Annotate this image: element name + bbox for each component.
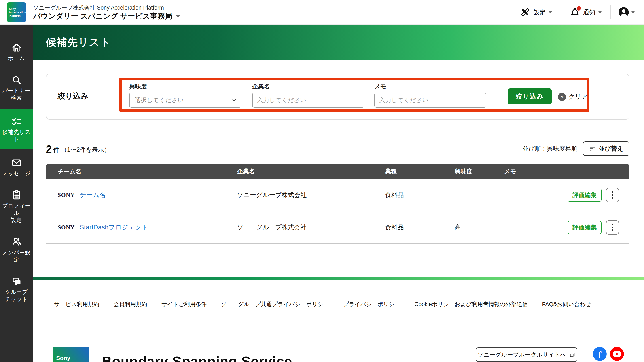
kebab-icon: [612, 224, 613, 231]
sidebar-item-label: パートナー 検索: [2, 87, 31, 101]
column-header-memo: メモ: [499, 164, 528, 179]
settings-label: 設定: [534, 8, 546, 16]
app-root: Sony Acceleration Platform ソニーグループ株式会社 S…: [0, 0, 644, 362]
workspace-selector[interactable]: バウンダリー スパニング サービス事務局: [33, 11, 180, 21]
company-input[interactable]: [252, 92, 364, 108]
account-menu[interactable]: [618, 0, 634, 24]
footer-link[interactable]: サービス利用規約: [54, 301, 99, 308]
clear-label: クリア: [568, 92, 588, 101]
sidebar-item-profile-settings[interactable]: プロフィール 設定: [0, 185, 33, 229]
results-range-note: （1〜2件を表示）: [61, 146, 110, 155]
sony-logo: SONY: [58, 224, 75, 231]
footer-link[interactable]: プライバシーポリシー: [343, 301, 400, 308]
sidebar-item-label: メッセージ: [2, 170, 31, 177]
page-banner: 候補先リスト: [33, 24, 644, 60]
memo-cell: [499, 211, 528, 243]
logo-text: Sony Acceleration Platform: [9, 7, 26, 18]
filter-clear-button[interactable]: ✕ クリア: [558, 92, 588, 101]
company-label: 企業名: [252, 83, 270, 90]
filter-title: 絞り込み: [58, 91, 88, 101]
results-count-unit: 件: [54, 146, 60, 155]
service-name: Boundary Spanning Service: [102, 353, 292, 362]
sidebar-item-label: プロフィール 設定: [0, 202, 33, 224]
filter-divider: [498, 82, 498, 113]
sidebar-item-home[interactable]: ホーム: [0, 37, 33, 67]
notifications-menu[interactable]: 通知: [570, 0, 602, 24]
sidebar-item-label: グループ チャット: [5, 289, 28, 303]
candidate-table: チーム名 企業名 業種 興味度 メモ SONY チーム名 ソニーグループ株式会社…: [46, 164, 630, 244]
workspace-name: バウンダリー スパニング サービス事務局: [33, 11, 172, 21]
table-row: SONY チーム名 ソニーグループ株式会社 食料品 評価編集: [46, 179, 630, 211]
sidebar-item-partner-search[interactable]: パートナー 検索: [0, 70, 33, 106]
sidebar-item-label: ホーム: [8, 55, 25, 62]
home-icon: [12, 42, 22, 53]
memo-cell: [499, 179, 528, 211]
company-cell: ソニーグループ株式会社: [232, 179, 380, 211]
column-header-actions: [528, 164, 630, 179]
footer-link[interactable]: Cookieポリシーおよび利用者情報の外部送信: [414, 301, 528, 308]
facebook-icon[interactable]: [593, 347, 607, 361]
external-link-icon: [570, 352, 576, 358]
sidebar: ホーム パートナー 検索 候補先リスト メッセージ: [0, 24, 33, 362]
evaluation-edit-button[interactable]: 評価編集: [568, 221, 602, 234]
sidebar-item-label: メンバー設定: [0, 249, 33, 263]
main-content: 候補先リスト 絞り込み 興味度 選択してください 企業名 メモ 絞り込み ✕ ク…: [33, 24, 644, 362]
column-header-interest: 興味度: [450, 164, 499, 179]
results-count-number: 2: [46, 144, 52, 155]
org-name: ソニーグループ株式会社 Sony Acceleration Platform: [33, 4, 164, 11]
industry-cell: 食料品: [380, 179, 450, 211]
footer-links: サービス利用規約 会員利用規約 サイトご利用条件 ソニーグループ共通プライバシー…: [33, 280, 644, 308]
sidebar-item-member-settings[interactable]: メンバー設定: [0, 232, 33, 268]
interest-cell: [450, 179, 499, 211]
footer-link[interactable]: FAQ&お問い合わせ: [542, 301, 591, 308]
portal-site-button[interactable]: ソニーグループポータルサイトへ: [476, 348, 577, 362]
footer-link[interactable]: 会員利用規約: [114, 301, 147, 308]
table-header: チーム名 企業名 業種 興味度 メモ: [46, 164, 630, 179]
results-bar: 2 件 （1〜2件を表示） 並び順：興味度昇順 並び替え: [46, 142, 630, 156]
avatar-icon: [618, 7, 629, 18]
interest-cell: 高: [450, 211, 499, 243]
clipboard-icon: [12, 190, 22, 200]
portal-site-button-label: ソニーグループポータルサイトへ: [478, 351, 566, 359]
team-link[interactable]: チーム名: [80, 191, 106, 200]
sidebar-item-label: 候補先リスト: [0, 128, 33, 143]
interest-label: 興味度: [129, 83, 147, 90]
sort-button[interactable]: 並び替え: [583, 141, 630, 156]
settings-menu[interactable]: 設定: [520, 0, 552, 24]
sort-order-note: 並び順：興味度昇順: [522, 145, 577, 153]
kebab-menu-button[interactable]: [606, 188, 619, 202]
footer-link[interactable]: ソニーグループ共通プライバシーポリシー: [221, 301, 329, 308]
evaluation-edit-button[interactable]: 評価編集: [568, 189, 602, 202]
chat-bubbles-icon: [12, 276, 22, 287]
industry-cell: 食料品: [380, 211, 450, 243]
members-icon: [12, 237, 22, 247]
interest-select-value: 選択してください: [134, 96, 184, 104]
footer-bottom: Sony Boundary Spanning Service ソニーグループポー…: [33, 333, 644, 362]
team-link[interactable]: StartDashプロジェクト: [80, 223, 148, 232]
green-gradient-divider: [33, 277, 644, 280]
memo-input[interactable]: [374, 92, 486, 108]
notifications-label: 通知: [583, 8, 595, 16]
sort-lines-icon: [589, 145, 596, 152]
sidebar-item-candidate-list[interactable]: 候補先リスト: [0, 109, 33, 149]
sony-acceleration-platform-logo[interactable]: Sony Acceleration Platform: [7, 2, 26, 22]
chevron-down-icon: [549, 11, 552, 13]
sony-brand-logo[interactable]: Sony: [54, 347, 89, 362]
filter-submit-button[interactable]: 絞り込み: [508, 88, 552, 104]
youtube-icon[interactable]: [610, 347, 624, 361]
filter-card: 絞り込み 興味度 選択してください 企業名 メモ 絞り込み ✕ クリア: [46, 74, 630, 120]
chevron-down-icon: [598, 11, 602, 13]
kebab-icon: [612, 191, 613, 199]
results-count: 2 件 （1〜2件を表示）: [46, 144, 110, 155]
sidebar-item-group-chat[interactable]: グループ チャット: [0, 271, 33, 308]
header-divider: [512, 5, 512, 19]
sidebar-item-messages[interactable]: メッセージ: [0, 153, 33, 182]
kebab-menu-button[interactable]: [606, 220, 619, 235]
page-title: 候補先リスト: [46, 35, 111, 49]
company-cell: ソニーグループ株式会社: [232, 211, 380, 243]
footer-link[interactable]: サイトご利用条件: [162, 301, 206, 308]
sort-button-label: 並び替え: [599, 145, 623, 153]
memo-label: メモ: [374, 83, 386, 90]
interest-select[interactable]: 選択してください: [129, 92, 242, 108]
header-divider: [610, 5, 611, 19]
